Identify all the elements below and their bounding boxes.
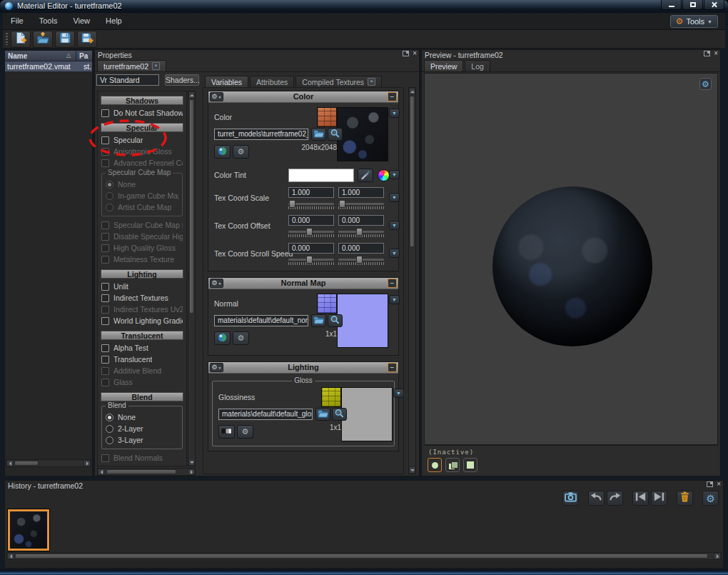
collapse-button[interactable]: − (388, 279, 397, 288)
checkbox-do-not-cast-shadows[interactable]: Do Not Cast Shadows (98, 107, 186, 119)
radio-artist-cube-map[interactable]: Artist Cube Map (102, 201, 182, 213)
section-options-button[interactable]: ⚙▼ (210, 92, 223, 101)
close-panel-icon[interactable]: × (413, 51, 417, 56)
scrollbar-thumb[interactable] (14, 461, 39, 466)
expand-arrow-button[interactable]: ▼ (389, 221, 400, 230)
gradient-button[interactable] (218, 425, 235, 439)
texture-path-field[interactable]: materials\default\default_gloss.tga (218, 409, 313, 420)
first-button[interactable] (632, 491, 649, 506)
texture-preview[interactable] (337, 107, 388, 161)
delete-button[interactable] (677, 491, 693, 506)
checkbox-high-quality-gloss[interactable]: High Quality Gloss (98, 242, 186, 254)
scrollbar-track[interactable] (105, 469, 188, 475)
value-field[interactable]: 0.000 (288, 215, 334, 226)
radio-none[interactable]: None (102, 411, 182, 423)
texture-thumbnail[interactable] (321, 387, 341, 407)
checkbox-blend-normals[interactable]: Blend Normals (98, 452, 186, 464)
flags-horizontal-scrollbar[interactable] (97, 468, 196, 476)
slider-track[interactable] (338, 231, 384, 233)
expand-arrow-button[interactable]: ▼ (393, 389, 404, 398)
tab-close-icon[interactable]: × (368, 78, 375, 86)
slider-thumb[interactable] (306, 228, 313, 236)
value-field[interactable]: 1.000 (288, 187, 334, 198)
history-thumbnail[interactable] (8, 509, 49, 551)
collapse-button[interactable]: − (388, 92, 397, 101)
tab-attributes[interactable]: Attributes (250, 76, 294, 87)
checkbox-translucent[interactable]: Translucent (98, 354, 186, 365)
slider-thumb[interactable] (356, 228, 363, 236)
new-file-button[interactable] (11, 31, 31, 48)
slider[interactable] (288, 201, 334, 209)
file-row[interactable]: turretframe02.vmat st. (5, 61, 92, 71)
browse-folder-button[interactable] (311, 128, 326, 141)
radio-none[interactable]: None (102, 179, 182, 190)
texture-preview[interactable] (337, 294, 388, 348)
scrollbar-thumb[interactable] (15, 554, 708, 559)
section-options-button[interactable]: ⚙▼ (210, 279, 223, 288)
scroll-down-button[interactable] (188, 459, 195, 466)
slider-thumb[interactable] (289, 200, 295, 208)
expand-arrow-button[interactable]: ▼ (389, 193, 400, 202)
tab-variables[interactable]: Variables (205, 76, 248, 87)
scrollbar-track[interactable] (14, 460, 84, 466)
close-panel-icon[interactable]: × (714, 51, 718, 56)
tab-close-icon[interactable]: × (152, 62, 160, 70)
collapse-button[interactable]: − (388, 363, 397, 372)
expand-arrow-button[interactable]: ▼ (389, 109, 400, 118)
search-texture-button[interactable] (328, 128, 343, 141)
diffuse-button[interactable] (214, 145, 231, 159)
radio-2-layer[interactable]: 2-Layer (102, 423, 182, 434)
checkbox-additive-blend[interactable]: Additive Blend (98, 365, 186, 376)
color-wheel-button[interactable] (378, 169, 390, 181)
expand-arrow-button[interactable]: ▼ (389, 249, 400, 258)
search-texture-button[interactable] (332, 408, 347, 421)
scrollbar-thumb[interactable] (189, 99, 194, 314)
float-panel-icon[interactable] (403, 51, 409, 56)
preview-viewport[interactable]: ⚙ (424, 73, 718, 445)
checkbox-indirect-textures[interactable]: Indirect Textures (98, 292, 186, 304)
scroll-right-button[interactable] (714, 553, 721, 559)
gear-button[interactable]: ⚙ (237, 425, 253, 439)
scrollbar-thumb[interactable] (410, 96, 415, 247)
scroll-left-button[interactable] (7, 553, 14, 559)
checkbox-advanced-fresnel-controls[interactable]: Advanced Fresnel Controls (98, 157, 186, 169)
checkbox-glass[interactable]: Glass (98, 376, 186, 388)
slider-track[interactable] (288, 231, 334, 233)
settings-button[interactable]: ⚙ (702, 491, 719, 506)
column-divider[interactable] (76, 51, 76, 61)
eyedropper-button[interactable] (358, 169, 373, 182)
scrollbar-thumb[interactable] (106, 469, 176, 474)
preview-model-cube-button[interactable] (445, 458, 460, 472)
variables-vertical-scrollbar[interactable] (408, 87, 416, 474)
scroll-up-button[interactable] (409, 88, 415, 95)
expand-arrow-button[interactable]: ▼ (389, 170, 400, 179)
checkbox-anisotropic-gloss[interactable]: Anisotropic Gloss (98, 146, 186, 157)
preview-model-plane-button[interactable] (463, 458, 477, 472)
menu-item-file[interactable]: File (3, 13, 31, 29)
tab-compiled-textures[interactable]: Compiled Textures× (295, 76, 381, 87)
slider-thumb[interactable] (306, 256, 313, 264)
slider-track[interactable] (338, 259, 384, 261)
column-header-name[interactable]: Name (8, 52, 27, 60)
slider[interactable] (288, 256, 334, 265)
snapshot-button[interactable] (562, 491, 579, 506)
preview-tab-log[interactable]: Log (465, 60, 490, 71)
expand-arrow-button[interactable]: ▼ (389, 295, 400, 304)
slider-track[interactable] (338, 203, 384, 205)
redo-button[interactable] (607, 491, 623, 506)
scrollbar-track[interactable] (409, 95, 415, 466)
section-options-button[interactable]: ⚙▼ (210, 363, 223, 372)
open-file-button[interactable] (33, 31, 53, 48)
texture-path-field[interactable]: turret_models\turretframe02_color.tga (214, 129, 308, 140)
checkbox-alpha-test[interactable]: Alpha Test (98, 342, 186, 354)
value-field[interactable]: 0.000 (288, 243, 334, 254)
undo-button[interactable] (588, 491, 605, 506)
slider-thumb[interactable] (356, 256, 363, 264)
save-button[interactable] (55, 31, 75, 48)
preview-model-sphere-button[interactable] (428, 458, 442, 472)
scroll-up-button[interactable] (188, 91, 195, 99)
radio-3-layer[interactable]: 3-Layer (102, 434, 182, 446)
value-field[interactable]: 1.000 (338, 187, 384, 198)
float-panel-icon[interactable] (707, 481, 713, 487)
flags-vertical-scrollbar[interactable] (188, 91, 196, 466)
